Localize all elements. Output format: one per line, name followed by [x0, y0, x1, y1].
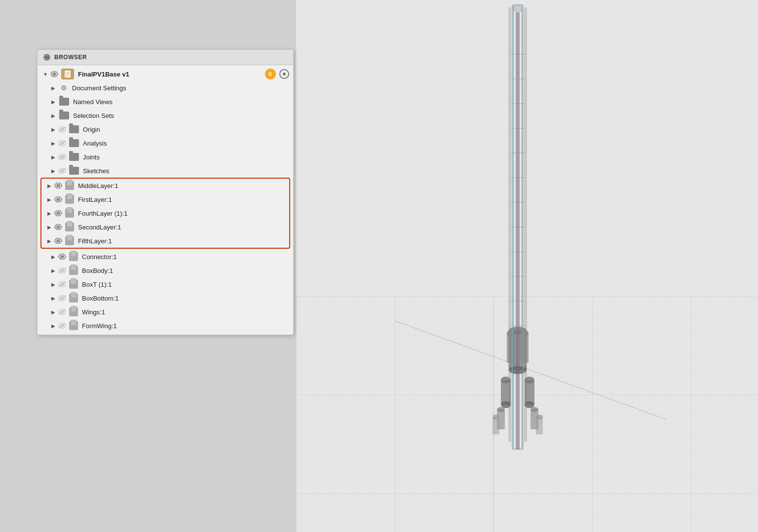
tree-item-selection-sets[interactable]: Selection Sets [38, 109, 293, 122]
tree-item-connector[interactable]: Connector:1 [38, 250, 293, 264]
fifth-layer-arrow[interactable] [45, 237, 53, 245]
fifth-layer-body-icon [65, 236, 74, 245]
tree-item-sketches[interactable]: Sketches [38, 164, 293, 178]
tree-item-second-layer[interactable]: SecondLayer:1 [41, 220, 289, 234]
browser-content: FinalPV1Base v1 K ⚙ Document Settings Na… [38, 65, 293, 335]
gear-icon: ⚙ [59, 83, 68, 92]
svg-point-66 [58, 199, 59, 200]
box-body-arrow[interactable] [49, 266, 57, 274]
analysis-folder-icon [69, 139, 79, 147]
tree-item-first-layer[interactable]: FirstLayer:1 [41, 192, 289, 206]
connector-label: Connector:1 [82, 253, 289, 261]
connector-arrow[interactable] [49, 253, 57, 261]
tree-item-origin[interactable]: Origin [38, 122, 293, 136]
analysis-arrow[interactable] [49, 139, 57, 147]
middle-layer-arrow[interactable] [45, 182, 53, 190]
fifth-layer-eye-icon[interactable] [53, 236, 63, 246]
form-wing-label: FormWing:1 [82, 322, 289, 330]
origin-arrow[interactable] [49, 125, 57, 133]
analysis-eye-icon[interactable] [57, 138, 67, 148]
tree-item-middle-layer[interactable]: MiddleLayer:1 [41, 179, 289, 192]
selection-sets-folder-icon [59, 112, 69, 119]
tree-item-joints[interactable]: Joints [38, 150, 293, 164]
origin-folder-icon [69, 125, 79, 133]
root-label: FinalPV1Base v1 [78, 71, 263, 78]
origin-label: Origin [83, 126, 289, 133]
connector-eye-icon[interactable] [57, 252, 67, 262]
first-layer-eye-icon[interactable] [53, 194, 63, 204]
svg-rect-24 [507, 333, 515, 363]
svg-rect-19 [524, 7, 527, 442]
svg-rect-44 [45, 57, 49, 58]
wings-arrow[interactable] [49, 308, 57, 316]
named-views-arrow[interactable] [49, 98, 57, 106]
fifth-layer-label: FifthLayer:1 [78, 237, 285, 245]
origin-eye-icon[interactable] [57, 124, 67, 134]
box-bottom-label: BoxBottom:1 [82, 295, 289, 302]
svg-rect-26 [521, 333, 529, 363]
tree-item-wings[interactable]: Wings:1 [38, 305, 293, 319]
browser-title: BROWSER [54, 54, 87, 61]
sketches-eye-icon[interactable] [57, 166, 67, 176]
svg-point-32 [525, 401, 534, 408]
sketches-arrow[interactable] [49, 167, 57, 175]
fourth-layer-eye-icon[interactable] [53, 208, 63, 218]
sketches-label: Sketches [83, 167, 289, 175]
root-arrow[interactable] [41, 70, 49, 78]
browser-header: BROWSER [38, 50, 293, 65]
box-t-arrow[interactable] [49, 280, 57, 288]
svg-point-72 [58, 240, 59, 242]
tree-item-fourth-layer[interactable]: FourthLayer (1):1 [41, 206, 289, 220]
tree-item-named-views[interactable]: Named Views [38, 95, 293, 109]
selection-sets-arrow[interactable] [49, 112, 57, 119]
joints-arrow[interactable] [49, 153, 57, 161]
first-layer-arrow[interactable] [45, 195, 53, 203]
second-layer-arrow[interactable] [45, 223, 53, 231]
tree-item-box-t[interactable]: BoxT (1):1 [38, 277, 293, 291]
svg-point-41 [514, 5, 522, 13]
svg-point-74 [62, 256, 63, 258]
tree-item-fifth-layer[interactable]: FifthLayer:1 [41, 234, 289, 248]
selection-sets-label: Selection Sets [73, 112, 289, 119]
svg-rect-38 [493, 417, 499, 434]
document-settings-arrow[interactable] [49, 84, 57, 92]
box-body-label: BoxBody:1 [82, 267, 289, 274]
svg-point-64 [58, 185, 59, 187]
tree-item-document-settings[interactable]: ⚙ Document Settings [38, 81, 293, 95]
tree-item-analysis[interactable]: Analysis [38, 136, 293, 150]
document-settings-label: Document Settings [72, 84, 289, 92]
box-bottom-arrow[interactable] [49, 294, 57, 302]
joints-folder-icon [69, 153, 79, 161]
named-views-label: Named Views [73, 98, 289, 106]
fourth-layer-label: FourthLayer (1):1 [78, 210, 285, 217]
sketches-folder-icon [69, 167, 79, 175]
box-body-body-icon [69, 266, 78, 275]
form-wing-eye-icon[interactable] [57, 321, 67, 331]
form-wing-arrow[interactable] [49, 322, 57, 330]
joints-eye-icon[interactable] [57, 152, 67, 162]
svg-point-68 [58, 213, 59, 214]
tree-item-box-bottom[interactable]: BoxBottom:1 [38, 291, 293, 305]
middle-layer-eye-icon[interactable] [53, 181, 63, 190]
tree-item-form-wing[interactable]: FormWing:1 [38, 319, 293, 333]
second-layer-body-icon [65, 223, 74, 231]
pin-icon[interactable] [279, 69, 289, 79]
box-t-label: BoxT (1):1 [82, 281, 289, 288]
root-eye-icon[interactable] [49, 69, 59, 79]
wings-eye-icon[interactable] [57, 307, 67, 317]
fourth-layer-body-icon [65, 209, 74, 218]
doc-icon [61, 69, 74, 79]
box-body-eye-icon[interactable] [57, 266, 67, 275]
svg-rect-40 [536, 417, 543, 434]
wings-label: Wings:1 [82, 308, 289, 316]
root-item[interactable]: FinalPV1Base v1 K [38, 67, 293, 81]
tree-item-box-body[interactable]: BoxBody:1 [38, 264, 293, 277]
box-bottom-eye-icon[interactable] [57, 293, 67, 303]
box-t-eye-icon[interactable] [57, 279, 67, 289]
second-layer-eye-icon[interactable] [53, 222, 63, 232]
browser-collapse-icon[interactable] [43, 54, 50, 61]
first-layer-body-icon [65, 195, 74, 204]
box-t-body-icon [69, 280, 78, 289]
named-views-folder-icon [59, 98, 69, 106]
fourth-layer-arrow[interactable] [45, 209, 53, 217]
